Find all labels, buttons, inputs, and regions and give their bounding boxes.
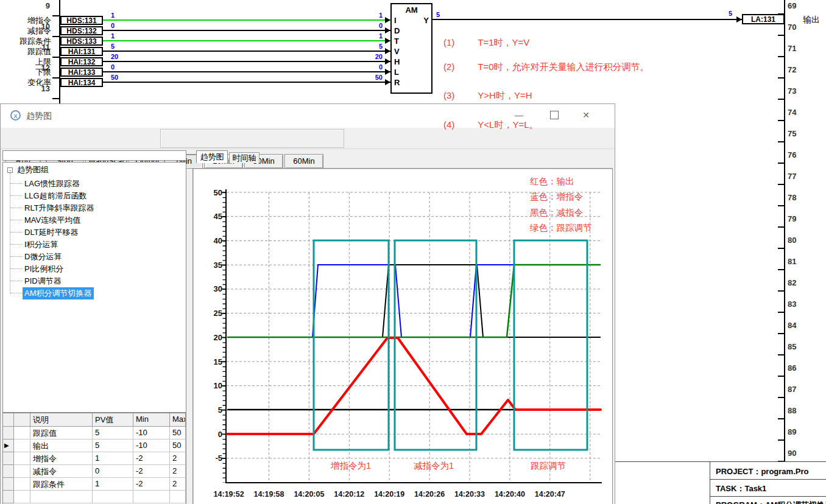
collapse-icon[interactable]: -	[7, 167, 13, 173]
source-block[interactable]: HAI:133	[60, 68, 103, 77]
table-row[interactable]: 跟踪条件 1 -2 2	[3, 478, 186, 491]
source-block[interactable]: HAI:132	[60, 57, 103, 66]
close-button[interactable]: ✕	[579, 108, 593, 122]
wire-value: 1	[111, 12, 115, 19]
tree-connector	[10, 293, 23, 293]
table-row[interactable]: 增指令 1 -2 2	[3, 452, 186, 465]
wire	[103, 40, 390, 41]
row-selector[interactable]	[3, 478, 14, 491]
arrow-icon	[385, 69, 390, 75]
tree-item-i[interactable]: I积分运算	[23, 239, 60, 251]
highlight-box-decrease	[395, 240, 476, 450]
rung-number: 89	[788, 427, 796, 436]
am-port: V	[394, 47, 400, 56]
source-block[interactable]: HAI:134	[60, 78, 103, 87]
row-selector[interactable]	[3, 465, 14, 478]
output-wire	[432, 19, 742, 20]
row-selector[interactable]	[3, 427, 14, 439]
legend-entry: 红色：输出	[530, 177, 574, 186]
rung-tick	[778, 397, 785, 398]
rung-number: 77	[788, 172, 796, 181]
tree-item-pi[interactable]: PI比例积分	[23, 263, 65, 275]
note-text: T=0时，允许对开关量输入进行积分调节。	[478, 61, 649, 72]
task-name: TASK：Task1	[716, 483, 766, 494]
row-selector[interactable]	[3, 491, 14, 503]
tree-item-d[interactable]: D微分运算	[23, 251, 63, 263]
wire-value: 5	[111, 43, 115, 50]
cell-desc: 跟踪值	[30, 427, 93, 439]
source-block[interactable]: HDS:131	[60, 16, 103, 25]
rung-tick	[778, 56, 785, 57]
tree-item-rlt[interactable]: RLT升降斜率跟踪器	[23, 202, 96, 214]
tree-connector	[10, 281, 23, 281]
arrow-icon	[736, 16, 742, 23]
rung-tick	[778, 269, 785, 270]
tree-item-llg[interactable]: LLG超前滞后函数	[23, 190, 89, 202]
wire-value: 0	[359, 63, 383, 71]
output-label: 输出	[803, 15, 820, 26]
x-tick-label: 14:20:12	[334, 490, 364, 499]
am-port: H	[394, 57, 400, 66]
row-selector[interactable]	[3, 452, 14, 465]
program-name: PROGRAM：AM积分调节切换器	[716, 500, 826, 504]
tab-time-axis[interactable]: 时间轴	[229, 152, 259, 163]
table-row-empty[interactable]	[3, 491, 186, 503]
tree-item-mav[interactable]: MAV连续平均值	[23, 214, 82, 226]
rung-tick	[52, 77, 60, 79]
rung-number: 75	[788, 129, 796, 138]
maximize-button[interactable]	[548, 108, 561, 122]
table-row-active[interactable]: ▶ 输出 5 -10 50	[3, 439, 186, 452]
arrow-icon	[385, 48, 390, 54]
cell-min: -2	[133, 478, 170, 491]
tree-item-pid[interactable]: PID调节器	[23, 275, 63, 287]
cell-desc: 减指令	[30, 465, 93, 478]
rung-tick	[778, 439, 785, 441]
table-row[interactable]: 跟踪值 5 -10 50	[3, 427, 186, 439]
row-selector-marker[interactable]: ▶	[3, 439, 14, 452]
rung-tick	[778, 354, 785, 355]
rung-tick	[778, 226, 785, 228]
source-block[interactable]: HAI:131	[60, 47, 103, 56]
rung-tick	[778, 312, 785, 313]
annotation-note: (2)T=0时，允许对开关量输入进行积分调节。	[443, 61, 649, 73]
rung-tick	[778, 418, 785, 419]
legend-entry: 蓝色：增指令	[530, 192, 583, 201]
rung-tick	[778, 290, 785, 292]
source-block[interactable]: HDS:132	[60, 26, 103, 35]
wire-value: 50	[359, 74, 383, 81]
trend-window: X 趋势图 — ✕ Run Stop ManuScal Output 1Min …	[0, 103, 615, 504]
arrow-icon	[385, 38, 390, 44]
highlight-box-tracking	[514, 240, 587, 450]
y-tick-label: 20	[214, 333, 222, 342]
chart-legend: 红色：输出 蓝色：增指令 黑色：减指令 绿色：跟踪调节	[529, 177, 592, 233]
input-label: 跟踪条件	[5, 36, 51, 47]
trend-group-tree: - 趋势图组 LAG惯性跟踪器 LLG超前滞后函数 RLT升降斜率跟踪器 MAV…	[2, 162, 186, 413]
tree-item-dlt[interactable]: DLT延时平移器	[23, 226, 80, 239]
tab-trend-chart[interactable]: 趋势图	[196, 150, 228, 163]
tree-root[interactable]: 趋势图组	[15, 164, 51, 176]
col-header: 说明	[30, 413, 93, 427]
x-tick-label: 14:20:19	[374, 490, 404, 499]
wire	[103, 61, 390, 62]
annotation-note: (3)Y>H时，Y=H	[443, 90, 532, 102]
input-label: 下限	[5, 67, 51, 78]
note-text: Y>H时，Y=H	[478, 90, 532, 100]
time-60min-button[interactable]: 60Min	[284, 154, 323, 169]
rung-tick	[778, 35, 785, 36]
ladder-right-rail	[784, 0, 785, 461]
cell-min: -10	[133, 427, 170, 439]
output-block[interactable]: LA:131	[742, 14, 785, 24]
tree-item-am-selected[interactable]: AM积分调节切换器	[23, 287, 94, 299]
table-row[interactable]: 减指令 0 -2 2	[3, 465, 186, 478]
wire-value: 0	[111, 63, 115, 71]
wire-value: 20	[111, 53, 118, 60]
cell-pv: 0	[93, 465, 133, 478]
source-block[interactable]: HDS:133	[60, 37, 103, 46]
am-function-block[interactable]: AM I D T V H L R Y	[390, 3, 432, 94]
cell-pv	[93, 491, 133, 503]
tree-item-lag[interactable]: LAG惯性跟踪器	[23, 178, 82, 190]
wire	[103, 51, 390, 52]
row-indicator	[14, 491, 30, 503]
x-tick-label: 14:20:33	[454, 490, 485, 499]
tree-connector	[10, 232, 23, 233]
